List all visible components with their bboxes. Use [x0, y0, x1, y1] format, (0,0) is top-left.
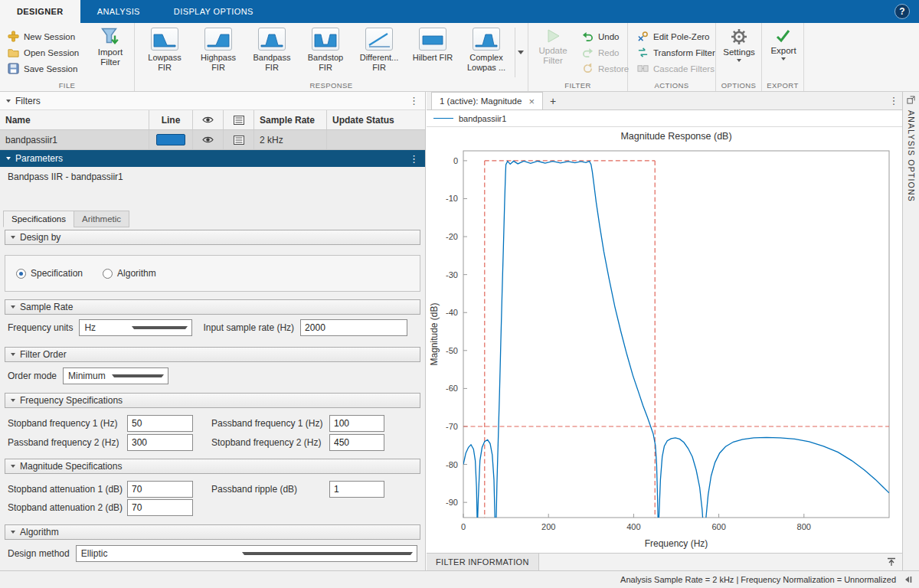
radio-algorithm[interactable]: Algorithm [103, 268, 156, 279]
passband-frequency-2-field[interactable] [127, 434, 193, 451]
design-method-label: Design method [8, 548, 70, 559]
stopband-frequency-1-field[interactable] [127, 415, 193, 432]
analysis-options-label: ANALYSIS OPTIONS [907, 110, 916, 202]
response-gallery-expand-button[interactable] [515, 28, 526, 77]
response-highpass-fir[interactable]: Highpass FIR [191, 26, 245, 72]
transform-filter-button[interactable]: Transform Filter [634, 44, 718, 60]
ribbon-section-actions: Edit Pole-Zero Transform Filter Cascade … [628, 23, 716, 91]
filters-table-header: Name Line Sample Rate Update Status [0, 110, 425, 130]
passband-ripple-label: Passband ripple (dB) [211, 484, 326, 495]
section-algorithm[interactable]: Algorithm [5, 524, 420, 540]
design-method-row: Design method Elliptic [5, 544, 420, 564]
column-header-line: Line [149, 110, 193, 129]
svg-text:0: 0 [461, 522, 466, 531]
filter-legend-toggle[interactable] [224, 130, 254, 149]
response-complex-lowpass[interactable]: Complex Lowpas ... [460, 26, 513, 72]
new-session-button[interactable]: New Session [5, 28, 82, 44]
tab-designer[interactable]: DESIGNER [0, 0, 80, 23]
export-button[interactable]: Export [762, 28, 805, 60]
stopband-attenuation-2-field[interactable] [127, 499, 193, 516]
cascade-filters-button[interactable]: Cascade Filters [634, 60, 718, 77]
filter-table-row[interactable]: bandpassiir1 2 kHz [0, 130, 425, 150]
chart-svg: 02004006008000-10-20-30-40-50-60-70-80-9… [427, 127, 902, 553]
expand-panel-icon[interactable] [887, 554, 896, 570]
collapse-caret-icon [11, 305, 15, 309]
frequency-spec-row-1: Stopband frequency 1 (Hz) Passband frequ… [5, 413, 420, 433]
tab-specifications[interactable]: Specifications [3, 211, 74, 227]
tab-analysis[interactable]: ANALYSIS [80, 0, 157, 23]
response-bandstop-fir[interactable]: Bandstop FIR [299, 26, 352, 72]
svg-text:-20: -20 [446, 232, 458, 241]
filters-panel-header[interactable]: Filters ⋮ [0, 92, 425, 110]
import-filter-button[interactable]: Import Filter [89, 28, 132, 67]
response-hilbert-fir[interactable]: Hilbert FIR [406, 26, 460, 72]
passband-frequency-1-field[interactable] [329, 415, 384, 432]
svg-text:200: 200 [541, 522, 555, 531]
new-plot-tab-button[interactable]: + [543, 92, 563, 109]
analysis-options-strip[interactable]: ANALYSIS OPTIONS [902, 92, 919, 570]
order-mode-dropdown[interactable]: Minimum [63, 368, 168, 384]
complex-lowpass-icon [473, 28, 500, 51]
design-by-options: Specification Algorithm [5, 255, 420, 292]
filter-line-cell[interactable] [149, 130, 193, 149]
response-differentiator-fir[interactable]: Different... FIR [352, 26, 406, 72]
response-label: Bandpass [253, 53, 291, 63]
section-filter-order[interactable]: Filter Order [5, 347, 420, 362]
frequency-units-dropdown[interactable]: Hz [79, 319, 192, 336]
lowpass-icon [151, 28, 178, 51]
response-bandpass-fir[interactable]: Bandpass FIR [245, 26, 299, 72]
input-sample-rate-field[interactable] [300, 319, 407, 336]
radio-button-icon[interactable] [103, 269, 113, 279]
eye-icon [202, 136, 214, 144]
plot-menu-icon[interactable]: ⋮ [885, 92, 902, 109]
settings-button[interactable]: Settings [718, 28, 760, 62]
update-filter-label: Update Filter [531, 46, 574, 66]
import-filter-icon [101, 28, 119, 46]
section-sample-rate[interactable]: Sample Rate [5, 299, 420, 315]
restore-button[interactable]: Restore [579, 60, 632, 77]
section-frequency-specifications[interactable]: Frequency Specifications [5, 393, 420, 408]
section-label-export: EXPORT [762, 81, 803, 90]
stopband-attenuation-1-field[interactable] [127, 481, 193, 498]
line-color-swatch[interactable] [156, 134, 185, 145]
order-mode-label: Order mode [8, 371, 57, 381]
filter-visibility-toggle[interactable] [193, 130, 224, 149]
redo-button[interactable]: Redo [579, 44, 632, 60]
tab-arithmetic[interactable]: Arithmetic [74, 211, 129, 227]
restore-label: Restore [598, 64, 629, 74]
dock-icon[interactable] [904, 575, 913, 584]
column-header-name: Name [0, 110, 149, 129]
stopband-frequency-2-field[interactable] [329, 434, 384, 451]
section-magnitude-specifications[interactable]: Magnitude Specifications [5, 459, 420, 474]
svg-text:Magnitude (dB): Magnitude (dB) [429, 302, 440, 365]
passband-ripple-field[interactable] [329, 481, 384, 498]
save-session-button[interactable]: Save Session [5, 60, 82, 77]
section-label-actions: ACTIONS [628, 81, 715, 90]
update-filter-button[interactable]: Update Filter [531, 28, 574, 66]
filter-name-cell[interactable]: bandpassiir1 [0, 130, 149, 149]
radio-specification[interactable]: Specification [16, 268, 83, 279]
edit-pole-zero-button[interactable]: Edit Pole-Zero [634, 28, 718, 44]
response-lowpass-fir[interactable]: Lowpass FIR [138, 26, 191, 72]
magnitude-response-chart[interactable]: 02004006008000-10-20-30-40-50-60-70-80-9… [427, 127, 902, 553]
plot-doc-tab[interactable]: 1 (active): Magnitude × [431, 92, 543, 109]
help-icon[interactable]: ? [894, 4, 910, 19]
design-method-dropdown[interactable]: Elliptic [76, 545, 417, 562]
undo-button[interactable]: Undo [579, 28, 632, 44]
open-session-button[interactable]: Open Session [5, 44, 82, 60]
undock-icon[interactable] [907, 96, 915, 104]
filter-information-tab[interactable]: FILTER INFORMATION [427, 554, 539, 570]
plot-doc-tabbar: 1 (active): Magnitude × + ⋮ [427, 92, 902, 110]
svg-text:Magnitude Response (dB): Magnitude Response (dB) [620, 131, 731, 142]
tab-display-options[interactable]: DISPLAY OPTIONS [157, 0, 270, 23]
parameters-menu-icon[interactable]: ⋮ [409, 153, 419, 165]
settings-dropdown-caret [737, 59, 741, 62]
radio-button-icon[interactable] [16, 269, 26, 279]
section-design-by[interactable]: Design by [5, 230, 420, 245]
redo-label: Redo [598, 48, 620, 57]
parameters-panel-header[interactable]: Parameters ⋮ [0, 150, 425, 167]
input-sample-rate-label: Input sample rate (Hz) [203, 322, 294, 333]
filters-menu-icon[interactable]: ⋮ [409, 95, 419, 106]
stopband-attenuation-2-label: Stopband attenuation 2 (dB) [8, 502, 124, 513]
close-icon[interactable]: × [528, 96, 535, 106]
